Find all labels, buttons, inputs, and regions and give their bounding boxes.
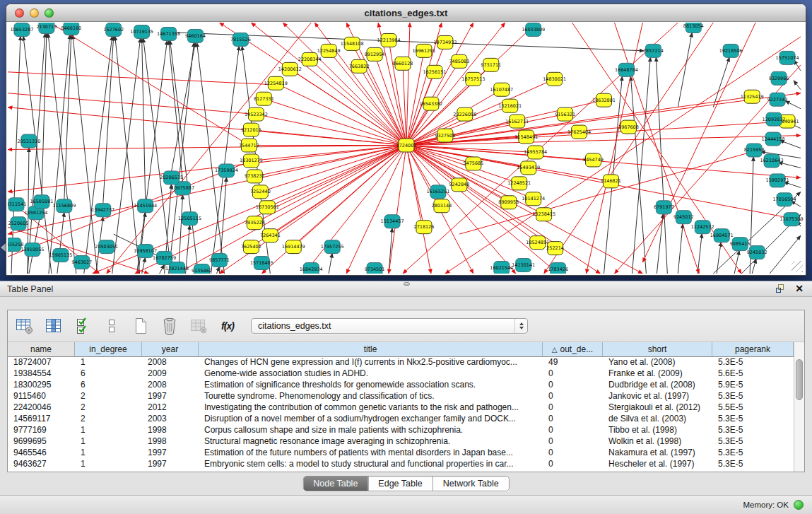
graph-edge[interactable] bbox=[678, 223, 683, 274]
graph-node[interactable]: 14523342 bbox=[245, 107, 268, 121]
graph-node[interactable]: 2803144 bbox=[431, 199, 452, 213]
graph-edge[interactable] bbox=[42, 33, 47, 195]
graph-node[interactable]: 16914479 bbox=[282, 240, 305, 254]
graph-node[interactable]: 1724007 bbox=[396, 139, 417, 152]
graph-node[interactable]: 7485083 bbox=[449, 54, 469, 68]
graph-node[interactable]: 252214 bbox=[546, 242, 564, 255]
graph-node[interactable]: 7264341 bbox=[260, 229, 281, 243]
graph-edge[interactable] bbox=[329, 253, 332, 274]
graph-node[interactable]: 7663822 bbox=[349, 59, 370, 73]
graph-node[interactable]: 12213984 bbox=[377, 33, 401, 47]
graph-edge[interactable] bbox=[276, 83, 406, 146]
graph-node[interactable]: 12254819 bbox=[264, 76, 288, 90]
graph-node[interactable]: 9146821 bbox=[601, 175, 621, 188]
table-cell[interactable]: 0 bbox=[543, 368, 603, 380]
column-header-name[interactable]: name bbox=[8, 342, 75, 356]
graph-node[interactable]: 9085415 bbox=[730, 238, 751, 251]
scrollbar-thumb[interactable] bbox=[796, 359, 803, 400]
graph-node[interactable]: 9227343 bbox=[767, 93, 788, 106]
graph-edge[interactable] bbox=[406, 146, 431, 274]
graph-node[interactable]: 17359924 bbox=[215, 164, 238, 177]
graph-node[interactable]: 15134457 bbox=[381, 215, 404, 228]
graph-node[interactable]: 14830021 bbox=[543, 72, 566, 86]
graph-edge[interactable] bbox=[73, 35, 98, 274]
graph-node[interactable]: 9212015 bbox=[241, 123, 261, 136]
graph-edge[interactable] bbox=[794, 81, 801, 90]
graph-edge[interactable] bbox=[28, 33, 45, 274]
graph-node[interactable]: 16648784 bbox=[615, 63, 638, 76]
graph-node[interactable]: 17957255 bbox=[321, 240, 344, 254]
table-cell[interactable]: 1 bbox=[75, 425, 142, 436]
table-row[interactable]: 911546021997Tourette syndrome. Phenomeno… bbox=[8, 391, 794, 402]
graph-node[interactable]: 14955784 bbox=[524, 146, 547, 159]
graph-node[interactable]: 9460164 bbox=[185, 29, 206, 42]
graph-node[interactable]: 13910055 bbox=[20, 243, 44, 257]
table-cell[interactable]: Corpus callosum shape and size in male p… bbox=[199, 425, 543, 436]
table-cell[interactable]: Changes of HCN gene expression and I(f) … bbox=[199, 357, 543, 368]
graph-node[interactable]: 11242532 bbox=[691, 221, 714, 234]
column-header-pagerank[interactable]: pagerank bbox=[712, 342, 794, 356]
collapse-left-panel-arrow[interactable] bbox=[1, 243, 6, 252]
table-cell[interactable]: 2008 bbox=[142, 357, 199, 368]
graph-node[interactable]: 11325419 bbox=[741, 90, 764, 103]
table-cell[interactable]: 5.3E-5 bbox=[712, 391, 794, 402]
graph-node[interactable]: 2520605 bbox=[8, 217, 29, 230]
graph-edge[interactable] bbox=[137, 40, 167, 274]
table-cell[interactable]: 0 bbox=[543, 448, 603, 459]
graph-node[interactable]: 2130713 bbox=[36, 23, 57, 33]
graph-edge[interactable] bbox=[8, 72, 274, 85]
table-row[interactable]: 977716911998Corpus callosum shape and si… bbox=[8, 425, 794, 436]
graph-node[interactable]: 12444158 bbox=[762, 132, 785, 146]
graph-edge[interactable] bbox=[293, 146, 406, 247]
column-header-out_de[interactable]: △out_de... bbox=[543, 342, 603, 356]
graph-node[interactable]: 9738231 bbox=[245, 170, 265, 183]
selection-mode-icon[interactable] bbox=[73, 316, 93, 336]
tab-edge-table[interactable]: Edge Table bbox=[367, 477, 432, 491]
tab-network-table[interactable]: Network Table bbox=[433, 477, 509, 491]
table-mode-icon[interactable] bbox=[15, 316, 35, 336]
graph-node[interactable]: 8127331 bbox=[254, 92, 274, 105]
table-cell[interactable]: Franke et al. (2009) bbox=[603, 368, 712, 380]
table-cell[interactable]: 1998 bbox=[142, 425, 199, 436]
table-cell[interactable]: Estimation of significance thresholds fo… bbox=[199, 380, 543, 391]
graph-edge[interactable] bbox=[160, 264, 165, 274]
table-cell[interactable]: 5.3E-5 bbox=[712, 357, 794, 368]
table-cell[interactable]: 6 bbox=[75, 368, 142, 380]
graph-edge[interactable] bbox=[211, 46, 239, 274]
table-cell[interactable]: 2008 bbox=[142, 380, 199, 391]
window-resize-grip[interactable] bbox=[792, 261, 803, 272]
column-header-short[interactable]: short bbox=[603, 342, 712, 356]
graph-node[interactable]: 10653287 bbox=[10, 23, 33, 36]
graph-node[interactable]: 11675309 bbox=[780, 213, 804, 226]
graph-node[interactable]: 16021544 bbox=[490, 262, 513, 274]
network-graph[interactable]: 1724007122548198127331145233429212015754… bbox=[8, 23, 804, 274]
graph-node[interactable]: 9329966 bbox=[769, 71, 789, 85]
table-cell[interactable]: Jankovic et al. (1997) bbox=[603, 391, 712, 402]
table-cell[interactable]: 0 bbox=[543, 380, 603, 391]
graph-node[interactable]: 16165251 bbox=[426, 185, 449, 199]
graph-node[interactable]: 9463627 bbox=[71, 256, 92, 269]
graph-edge[interactable] bbox=[139, 212, 146, 274]
column-header-in_degree[interactable]: in_degree bbox=[75, 342, 142, 356]
graph-node[interactable]: 11156809 bbox=[52, 199, 76, 213]
close-panel-icon[interactable]: ✕ bbox=[795, 284, 804, 293]
graph-node[interactable]: 14130141 bbox=[512, 259, 535, 272]
table-row[interactable]: 946362711997Embryonic stem cells: a mode… bbox=[8, 459, 794, 470]
graph-node[interactable]: 16210643 bbox=[760, 154, 784, 168]
table-cell[interactable]: 2012 bbox=[142, 402, 199, 414]
graph-node[interactable]: 15718485 bbox=[250, 257, 273, 270]
graph-node[interactable]: 10141274 bbox=[522, 192, 545, 206]
graph-edge[interactable] bbox=[713, 57, 729, 107]
graph-node[interactable]: 11548491 bbox=[514, 130, 538, 144]
graph-node[interactable]: 7815526 bbox=[230, 33, 251, 46]
graph-node[interactable]: 19218506 bbox=[719, 44, 743, 57]
table-cell[interactable]: Hescheler et al. (1997) bbox=[603, 459, 712, 470]
graph-node[interactable]: 9731711 bbox=[481, 58, 501, 71]
graph-node[interactable]: 15992971 bbox=[766, 174, 789, 187]
table-cell[interactable]: 49 bbox=[543, 357, 603, 368]
graph-edge[interactable] bbox=[256, 115, 406, 146]
graph-node[interactable]: 9245032 bbox=[747, 246, 767, 259]
table-cell[interactable]: 1 bbox=[75, 436, 142, 448]
panel-splitter-grip[interactable] bbox=[404, 282, 410, 286]
graph-node[interactable]: 9156321 bbox=[555, 107, 575, 121]
